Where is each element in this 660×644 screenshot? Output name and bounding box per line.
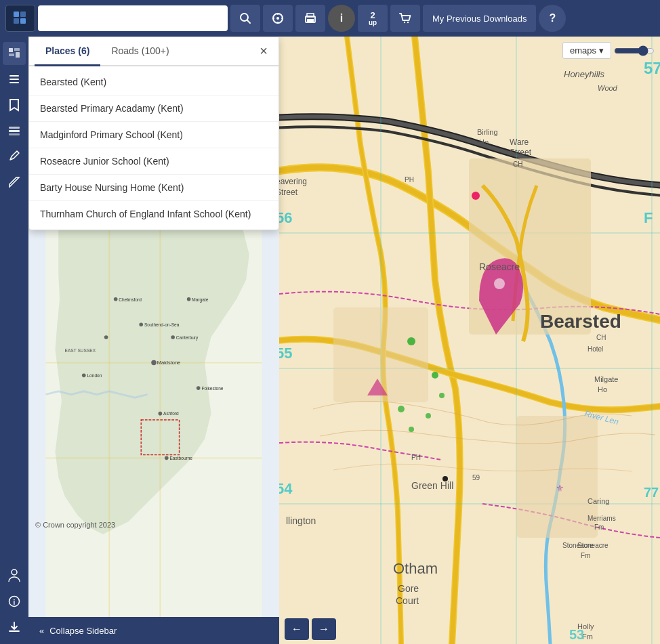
result-item-5[interactable]: Thurnham Church of England Infant School… bbox=[29, 201, 279, 227]
svg-text:Otham: Otham bbox=[393, 560, 438, 577]
svg-point-78 bbox=[407, 337, 415, 345]
svg-text:Ashford: Ashford bbox=[163, 411, 179, 416]
svg-text:Margate: Margate bbox=[192, 297, 208, 303]
map-area[interactable]: 57 56 55 54 F 77 34 bbox=[279, 37, 660, 644]
svg-point-54 bbox=[104, 335, 108, 339]
svg-text:77: 77 bbox=[644, 485, 659, 500]
svg-text:Ho: Ho bbox=[479, 138, 489, 146]
svg-point-40 bbox=[151, 360, 157, 366]
mini-map-container[interactable]: Maidstone Canterbury Chelmsford London F… bbox=[28, 172, 279, 617]
info-icon: i bbox=[340, 12, 343, 24]
mini-map[interactable]: Maidstone Canterbury Chelmsford London F… bbox=[28, 172, 279, 617]
svg-text:57: 57 bbox=[644, 59, 660, 77]
svg-point-16 bbox=[407, 22, 409, 23]
svg-rect-13 bbox=[307, 14, 314, 17]
zoom-slider[interactable] bbox=[614, 45, 655, 56]
help-icon: ? bbox=[550, 12, 556, 24]
svg-point-29 bbox=[12, 570, 17, 575]
svg-text:Green Hill: Green Hill bbox=[411, 480, 453, 491]
map-arrow-left[interactable]: ← bbox=[285, 618, 309, 640]
cart-button[interactable] bbox=[390, 5, 420, 32]
panel-area: Places (6) Roads (100+) × Bearsted (Kent… bbox=[28, 37, 279, 644]
svg-text:Southend-on-Sea: Southend-on-Sea bbox=[144, 322, 180, 327]
sidebar-icon-info[interactable]: i bbox=[3, 590, 26, 613]
search-box: Bearsted bbox=[38, 5, 228, 31]
svg-text:55: 55 bbox=[279, 345, 292, 362]
svg-text:Gore: Gore bbox=[398, 583, 419, 594]
svg-text:Bearsted: Bearsted bbox=[540, 311, 621, 332]
svg-text:Street: Street bbox=[510, 148, 532, 157]
emaps-button[interactable]: emaps ▾ bbox=[562, 42, 611, 59]
svg-text:EAST SUSSEX: EAST SUSSEX bbox=[65, 348, 96, 353]
svg-rect-22 bbox=[9, 79, 19, 80]
svg-rect-2 bbox=[14, 18, 19, 24]
up-button[interactable]: 2 up bbox=[358, 5, 388, 32]
svg-text:Caring: Caring bbox=[587, 497, 609, 505]
help-button[interactable]: ? bbox=[539, 5, 566, 32]
sidebar-icon-measure[interactable] bbox=[3, 171, 26, 194]
sidebar-icon-download[interactable] bbox=[3, 616, 26, 639]
result-item-3[interactable]: Roseacre Junior School (Kent) bbox=[29, 148, 279, 175]
tab-roads[interactable]: Roads (100+) bbox=[100, 37, 180, 66]
svg-point-81 bbox=[426, 413, 431, 418]
svg-point-84 bbox=[472, 192, 480, 200]
result-item-2[interactable]: Madginford Primary School (Kent) bbox=[29, 122, 279, 148]
svg-text:Merriams: Merriams bbox=[587, 515, 616, 522]
prev-downloads-button[interactable]: My Previous Downloads bbox=[423, 5, 536, 32]
search-tabs: Places (6) Roads (100+) × bbox=[29, 37, 279, 66]
map-arrow-right[interactable]: → bbox=[312, 618, 336, 640]
search-input[interactable]: Bearsted bbox=[43, 13, 222, 24]
svg-rect-1 bbox=[20, 12, 26, 17]
up-label: up bbox=[369, 20, 377, 26]
svg-point-79 bbox=[432, 372, 438, 379]
sidebar-icon-map[interactable] bbox=[3, 42, 26, 65]
svg-text:CH: CH bbox=[513, 160, 522, 168]
svg-rect-76 bbox=[516, 416, 598, 538]
locate-button[interactable] bbox=[263, 5, 293, 32]
svg-rect-3 bbox=[20, 18, 26, 24]
up-icon: 2 bbox=[370, 11, 375, 20]
sidebar-icon-layers[interactable] bbox=[3, 119, 26, 142]
result-item-4[interactable]: Barty House Nursing Home (Kent) bbox=[29, 175, 279, 201]
sidebar-icon-person[interactable] bbox=[3, 564, 26, 587]
collapse-sidebar-label: Collapse Sidebar bbox=[49, 626, 117, 636]
svg-text:Hotel: Hotel bbox=[587, 345, 603, 353]
svg-text:Folkestone: Folkestone bbox=[201, 386, 223, 391]
svg-text:59: 59 bbox=[472, 474, 480, 481]
collapse-sidebar-button[interactable]: « Collapse Sidebar bbox=[28, 617, 279, 644]
svg-point-15 bbox=[404, 22, 405, 23]
svg-text:CH: CH bbox=[596, 334, 606, 341]
collapse-chevron-icon: « bbox=[39, 626, 44, 636]
svg-text:Maidstone: Maidstone bbox=[157, 360, 181, 366]
svg-point-48 bbox=[197, 386, 201, 390]
result-item-0[interactable]: Bearsted (Kent) bbox=[29, 69, 279, 95]
svg-text:Ware: Ware bbox=[510, 137, 529, 147]
search-button[interactable] bbox=[230, 5, 260, 32]
tab-places[interactable]: Places (6) bbox=[35, 37, 100, 66]
svg-text:PH: PH bbox=[411, 454, 421, 461]
svg-point-50 bbox=[159, 412, 163, 416]
search-results: Bearsted (Kent) Bearsted Primary Acadamy… bbox=[29, 66, 279, 230]
emaps-label: emaps bbox=[570, 45, 596, 56]
svg-text:Canterbury: Canterbury bbox=[176, 335, 199, 341]
result-item-1[interactable]: Bearsted Primary Acadamy (Kent) bbox=[29, 95, 279, 122]
svg-rect-25 bbox=[9, 130, 20, 132]
svg-text:Court: Court bbox=[396, 595, 419, 606]
svg-text:54: 54 bbox=[279, 480, 293, 497]
search-close-button[interactable]: × bbox=[254, 38, 273, 64]
main-content: i Places (6) Roads (100+) × Bearsted (Ke… bbox=[0, 37, 660, 644]
print-button[interactable] bbox=[295, 5, 325, 32]
svg-point-80 bbox=[398, 406, 405, 412]
info-button[interactable]: i bbox=[328, 5, 355, 32]
svg-text:Street: Street bbox=[279, 188, 298, 197]
svg-point-77 bbox=[494, 278, 505, 289]
sidebar-icon-bookmark[interactable] bbox=[3, 93, 26, 116]
sidebar-icon-list[interactable] bbox=[3, 68, 26, 91]
svg-rect-0 bbox=[14, 12, 19, 17]
sidebar-icon-edit[interactable] bbox=[3, 145, 26, 168]
svg-rect-19 bbox=[9, 53, 14, 56]
svg-text:Fm: Fm bbox=[594, 523, 604, 531]
svg-text:Fm: Fm bbox=[581, 552, 590, 559]
app-logo[interactable] bbox=[5, 5, 35, 32]
svg-rect-26 bbox=[9, 133, 20, 135]
